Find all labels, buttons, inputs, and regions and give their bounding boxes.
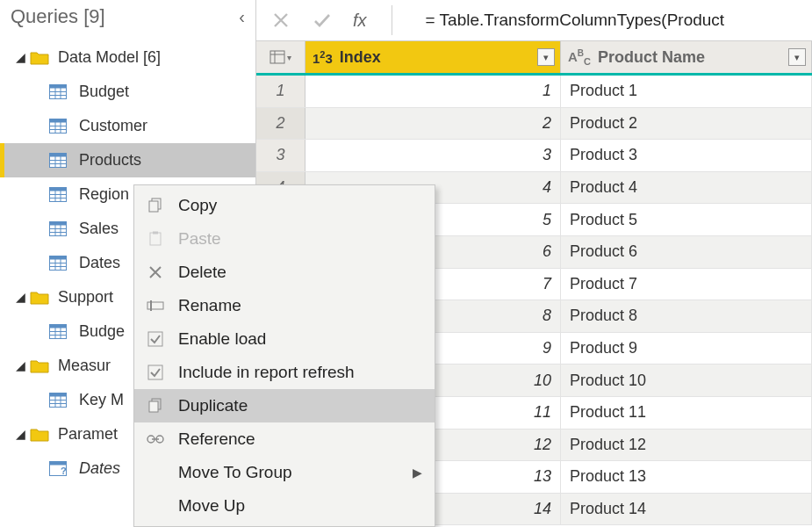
table-row[interactable]: 22Product 2: [256, 108, 812, 141]
svg-rect-51: [270, 51, 284, 63]
sidebar-item-label: Dates: [79, 459, 120, 478]
svg-rect-60: [148, 332, 162, 346]
svg-rect-31: [50, 256, 67, 259]
folder-icon: [30, 427, 49, 443]
rename-icon: [145, 300, 166, 312]
cell-product-name[interactable]: Product 10: [561, 365, 812, 396]
queries-title: Queries [9]: [11, 5, 105, 28]
cell-product-name[interactable]: Product 6: [561, 236, 812, 268]
sidebar-group-label: Support: [58, 288, 113, 307]
submenu-arrow-icon: ▶: [413, 466, 422, 480]
cell-product-name[interactable]: Product 9: [561, 333, 812, 365]
datatype-text-icon[interactable]: ABC: [568, 48, 591, 67]
svg-rect-61: [148, 365, 162, 379]
paste-icon: [145, 231, 166, 247]
cancel-formula-icon[interactable]: [272, 11, 293, 29]
menu-item-include-in-report-refresh[interactable]: Include in report refresh: [134, 356, 435, 389]
menu-item-copy[interactable]: Copy: [134, 189, 435, 222]
column-header-product-name[interactable]: ABC Product Name ▾: [561, 41, 812, 73]
sidebar-item[interactable]: Products: [0, 143, 255, 177]
fx-label[interactable]: fx: [353, 11, 367, 31]
svg-rect-43: [50, 393, 67, 396]
sidebar-item-label: Sales: [79, 220, 119, 238]
column-label: Product Name: [598, 48, 705, 67]
menu-item-move-up[interactable]: Move Up: [134, 489, 435, 523]
cell-product-name[interactable]: Product 1: [561, 76, 812, 107]
expand-caret-icon[interactable]: ◢: [16, 427, 30, 441]
cell-product-name[interactable]: Product 8: [561, 300, 812, 332]
cell-index[interactable]: 1: [305, 76, 561, 107]
cell-product-name[interactable]: Product 3: [561, 140, 812, 171]
menu-item-enable-load[interactable]: Enable load: [134, 322, 435, 356]
cell-product-name[interactable]: Product 7: [561, 269, 812, 300]
grid-corner-button[interactable]: ▾: [256, 41, 305, 73]
link-icon: [145, 434, 166, 444]
sidebar-group-label: Measur: [58, 357, 111, 375]
menu-item-label: Paste: [178, 229, 221, 249]
cell-product-name[interactable]: Product 12: [561, 430, 812, 461]
filter-dropdown-icon[interactable]: ▾: [788, 48, 806, 66]
column-header-index[interactable]: 123 Index ▾: [305, 41, 561, 73]
column-label: Index: [340, 48, 381, 67]
table-icon: [49, 187, 68, 203]
cell-product-name[interactable]: Product 13: [561, 461, 812, 493]
menu-item-label: Enable load: [178, 329, 266, 349]
svg-rect-63: [149, 401, 158, 412]
cell-index[interactable]: 2: [305, 108, 561, 140]
formula-text[interactable]: = Table.TransformColumnTypes(Product: [417, 11, 725, 30]
menu-item-label: Rename: [178, 296, 241, 315]
menu-item-label: Include in report refresh: [178, 363, 355, 382]
folder-icon: [30, 358, 49, 374]
folder-icon: [30, 290, 49, 306]
table-row[interactable]: 11Product 1: [256, 76, 812, 108]
expand-caret-icon[interactable]: ◢: [16, 358, 30, 372]
row-number-cell[interactable]: 3: [256, 140, 305, 171]
sidebar-item-label: Key M: [79, 391, 124, 409]
menu-item-paste: Paste: [134, 222, 435, 256]
table-icon: [49, 153, 68, 169]
cell-product-name[interactable]: Product 11: [561, 397, 812, 429]
filter-dropdown-icon[interactable]: ▾: [537, 48, 555, 66]
collapse-sidebar-icon[interactable]: ‹: [239, 7, 245, 27]
menu-item-move-to-group[interactable]: Move To Group▶: [134, 456, 435, 489]
cell-index[interactable]: 3: [305, 140, 561, 171]
table-icon: [49, 84, 68, 100]
menu-item-duplicate[interactable]: Duplicate: [134, 389, 435, 422]
expand-caret-icon[interactable]: ◢: [16, 290, 30, 304]
copy-icon: [145, 398, 166, 414]
cell-product-name[interactable]: Product 2: [561, 108, 812, 140]
menu-item-delete[interactable]: Delete: [134, 256, 435, 289]
expand-caret-icon[interactable]: ◢: [16, 50, 30, 64]
copy-icon: [145, 198, 166, 213]
query-context-menu: CopyPasteDeleteRenameEnable loadInclude …: [133, 184, 435, 527]
svg-rect-55: [149, 201, 158, 212]
table-icon: [49, 324, 68, 340]
cell-product-name[interactable]: Product 4: [561, 172, 812, 204]
svg-rect-58: [147, 302, 163, 309]
sidebar-group-label: Data Model [6]: [58, 48, 161, 67]
cell-product-name[interactable]: Product 14: [561, 494, 812, 525]
divider: [392, 5, 392, 35]
svg-rect-13: [50, 153, 67, 156]
table-row[interactable]: 33Product 3: [256, 140, 812, 172]
menu-item-label: Move Up: [178, 496, 245, 516]
svg-rect-19: [50, 187, 67, 191]
svg-rect-1: [50, 84, 67, 88]
sidebar-item[interactable]: Budget: [0, 75, 255, 109]
parameter-icon: ?: [49, 461, 68, 477]
svg-rect-25: [50, 221, 67, 225]
table-icon: [49, 393, 68, 408]
row-number-cell[interactable]: 2: [256, 108, 305, 140]
menu-item-label: Move To Group: [178, 463, 292, 482]
svg-text:?: ?: [61, 466, 67, 476]
menu-item-rename[interactable]: Rename: [134, 289, 435, 322]
sidebar-item[interactable]: Customer: [0, 109, 255, 143]
confirm-formula-icon[interactable]: [313, 11, 334, 29]
svg-rect-37: [50, 324, 67, 328]
menu-item-reference[interactable]: Reference: [134, 422, 435, 456]
datatype-number-icon[interactable]: 123: [313, 49, 333, 66]
sidebar-group[interactable]: ◢Data Model [6]: [0, 40, 255, 75]
cell-product-name[interactable]: Product 5: [561, 204, 812, 235]
row-number-cell[interactable]: 1: [256, 76, 305, 107]
svg-rect-7: [50, 119, 67, 122]
